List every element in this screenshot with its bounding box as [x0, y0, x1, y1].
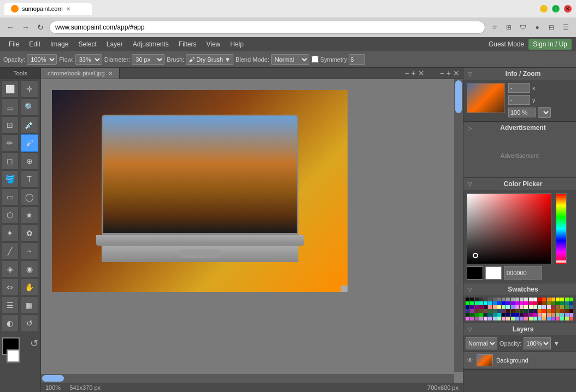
- symmetry-input[interactable]: [349, 54, 365, 65]
- address-bar[interactable]: [49, 21, 485, 34]
- swatch[interactable]: [479, 313, 483, 317]
- swatch[interactable]: [484, 305, 487, 309]
- swatch[interactable]: [511, 298, 515, 301]
- swatch[interactable]: [547, 301, 551, 305]
- swatch[interactable]: [470, 305, 474, 309]
- canvas-tab-chromebook[interactable]: chromebook-pixel.jpg ✕: [41, 68, 120, 79]
- swatch[interactable]: [497, 313, 501, 317]
- swatch[interactable]: [497, 309, 501, 313]
- canvas-scroll-horizontal[interactable]: [41, 374, 454, 383]
- swatch[interactable]: [502, 301, 506, 305]
- menu-select[interactable]: Select: [74, 39, 101, 50]
- swatch[interactable]: [547, 305, 551, 309]
- swatch[interactable]: [511, 301, 515, 305]
- swatch[interactable]: [556, 301, 560, 305]
- swatch[interactable]: [470, 309, 474, 313]
- canvas-tab-close[interactable]: ✕: [108, 70, 113, 76]
- tool-smudge[interactable]: ~: [21, 242, 38, 260]
- sign-in-button[interactable]: Sign In / Up: [528, 39, 572, 50]
- swatch[interactable]: [551, 317, 555, 320]
- menu-help[interactable]: Help: [226, 39, 248, 50]
- advertisement-header[interactable]: ▷ Advertisement: [463, 122, 576, 134]
- info-zoom-header[interactable]: ▽ Info / Zoom: [463, 68, 576, 80]
- color-picker-header[interactable]: ▽ Color Picker: [463, 178, 576, 190]
- swatch[interactable]: [551, 313, 555, 317]
- swatch[interactable]: [533, 317, 537, 320]
- swatch[interactable]: [511, 305, 515, 309]
- tab-close-button[interactable]: ✕: [66, 6, 70, 12]
- zoom-input[interactable]: [508, 108, 536, 117]
- swatch[interactable]: [533, 309, 537, 313]
- swatch[interactable]: [533, 301, 537, 305]
- swatch[interactable]: [515, 301, 519, 305]
- tool-clone[interactable]: ⊕: [21, 152, 38, 170]
- swatch[interactable]: [551, 309, 555, 313]
- swatch[interactable]: [529, 313, 533, 317]
- menu-image[interactable]: Image: [46, 39, 73, 50]
- swatch[interactable]: [560, 313, 564, 317]
- swatch[interactable]: [551, 298, 555, 301]
- tool-star[interactable]: ★: [21, 206, 38, 224]
- canvas-minus-button[interactable]: −: [404, 69, 409, 78]
- swatch[interactable]: [506, 317, 510, 320]
- swatch[interactable]: [466, 309, 469, 313]
- swatch[interactable]: [542, 309, 546, 313]
- swatch[interactable]: [484, 298, 487, 301]
- swatch[interactable]: [497, 317, 501, 320]
- minimize-button[interactable]: –: [540, 5, 548, 13]
- y-coord-input[interactable]: [508, 95, 530, 105]
- swatch[interactable]: [551, 301, 555, 305]
- swatch[interactable]: [502, 313, 506, 317]
- swatch[interactable]: [569, 317, 573, 320]
- swatch[interactable]: [556, 305, 560, 309]
- swatch[interactable]: [524, 305, 528, 309]
- swatch[interactable]: [529, 305, 533, 309]
- swatch[interactable]: [569, 298, 573, 301]
- layer-item-background[interactable]: 👁 Background: [463, 352, 576, 369]
- swatch[interactable]: [560, 298, 564, 301]
- canvas-plus-button[interactable]: +: [411, 69, 415, 78]
- tool-fill[interactable]: 🪣: [1, 170, 19, 188]
- diameter-select[interactable]: 30 px: [132, 54, 164, 65]
- swatch[interactable]: [466, 305, 469, 309]
- scroll-thumb-h[interactable]: [42, 375, 64, 382]
- swatch[interactable]: [538, 313, 542, 317]
- swatch[interactable]: [547, 317, 551, 320]
- swatch[interactable]: [542, 313, 546, 317]
- menu-edit[interactable]: Edit: [25, 39, 45, 50]
- star-icon[interactable]: ☆: [489, 21, 501, 33]
- menu-layer[interactable]: Layer: [102, 39, 127, 50]
- swatch[interactable]: [484, 317, 487, 320]
- blendmode-select[interactable]: Normal: [271, 54, 309, 65]
- swatch[interactable]: [493, 305, 497, 309]
- swatch[interactable]: [520, 301, 524, 305]
- swatch[interactable]: [497, 301, 501, 305]
- swatch[interactable]: [569, 309, 573, 313]
- canvas2-close-button[interactable]: ✕: [453, 69, 460, 78]
- swatch[interactable]: [484, 309, 487, 313]
- swatch[interactable]: [475, 309, 479, 313]
- swatch[interactable]: [479, 301, 483, 305]
- swatch[interactable]: [560, 301, 564, 305]
- browser-tab[interactable]: sumopaint.com ✕: [4, 3, 92, 15]
- tool-polygon[interactable]: ⬡: [1, 206, 19, 224]
- tool-gradient[interactable]: ▦: [21, 296, 38, 314]
- swatch[interactable]: [524, 301, 528, 305]
- swatch[interactable]: [565, 313, 569, 317]
- swatch[interactable]: [542, 301, 546, 305]
- swatch[interactable]: [475, 317, 479, 320]
- foreground-preview[interactable]: [467, 266, 483, 280]
- tool-zoom[interactable]: 🔍: [21, 98, 38, 116]
- tool-burn[interactable]: ◐: [1, 314, 19, 332]
- swatch[interactable]: [556, 309, 560, 313]
- swatch[interactable]: [515, 298, 519, 301]
- swatch[interactable]: [506, 313, 510, 317]
- swatch[interactable]: [547, 309, 551, 313]
- canvas2-minus-button[interactable]: −: [440, 69, 444, 78]
- swatch[interactable]: [466, 298, 469, 301]
- tool-rotate[interactable]: ↺: [21, 314, 38, 332]
- swatch[interactable]: [560, 305, 564, 309]
- swatch[interactable]: [484, 313, 487, 317]
- swatch[interactable]: [502, 309, 506, 313]
- tool-select-rect[interactable]: ⬜: [1, 80, 19, 98]
